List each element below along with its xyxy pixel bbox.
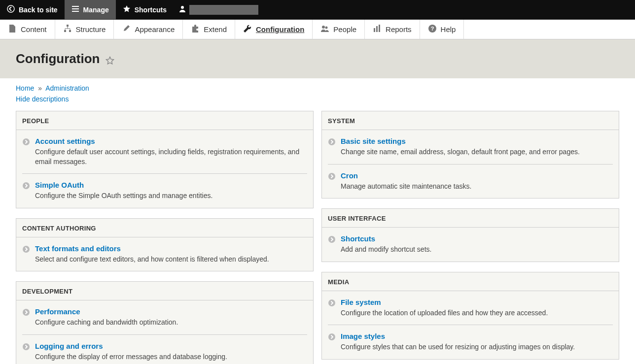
panel-title: USER INTERFACE xyxy=(322,209,619,228)
config-item-link[interactable]: Text formats and editors xyxy=(35,244,121,253)
config-item-desc: Configure the location of uploaded files… xyxy=(341,308,613,318)
star-icon xyxy=(123,5,131,14)
panel-body: PerformanceConfigure caching and bandwid… xyxy=(16,300,313,364)
breadcrumb-admin[interactable]: Administration xyxy=(45,84,89,92)
admin-menu: Content Structure Appearance Extend Conf… xyxy=(0,20,635,39)
menu-content[interactable]: Content xyxy=(0,20,55,39)
paintbrush-icon xyxy=(122,24,131,34)
shortcuts-label: Shortcuts xyxy=(135,6,167,14)
config-item-desc: Add and modify shortcut sets. xyxy=(341,245,613,255)
config-item-link[interactable]: Account settings xyxy=(35,137,95,145)
page-title: Configuration xyxy=(16,51,100,66)
config-panel: PEOPLEAccount settingsConfigure default … xyxy=(16,111,314,208)
chevron-right-icon xyxy=(22,308,30,316)
panel-title: CONTENT AUTHORING xyxy=(16,219,313,237)
config-item: CronManage automatic site maintenance ta… xyxy=(328,164,613,199)
config-item-link[interactable]: Simple OAuth xyxy=(35,181,84,189)
menu-appearance[interactable]: Appearance xyxy=(114,20,183,39)
menu-label: Configuration xyxy=(256,25,304,33)
manage-button[interactable]: Manage xyxy=(65,0,116,19)
people-icon xyxy=(320,24,329,34)
file-icon xyxy=(8,24,17,34)
menu-extend[interactable]: Extend xyxy=(183,20,235,39)
config-item-link[interactable]: Logging and errors xyxy=(35,342,103,350)
panel-title: DEVELOPMENT xyxy=(16,282,313,300)
config-item-desc: Configure caching and bandwidth optimiza… xyxy=(35,318,307,328)
puzzle-icon xyxy=(191,24,200,34)
back-label: Back to site xyxy=(19,6,58,14)
panel-title: SYSTEM xyxy=(322,111,619,130)
config-item: File systemConfigure the location of upl… xyxy=(328,291,613,325)
menu-people[interactable]: People xyxy=(313,20,365,39)
svg-rect-7 xyxy=(374,28,375,32)
config-panel: DEVELOPMENTPerformanceConfigure caching … xyxy=(16,281,314,364)
hamburger-icon xyxy=(71,5,79,14)
chevron-right-icon xyxy=(328,172,336,180)
sub-header: Home » Administration Hide descriptions xyxy=(0,78,635,105)
svg-point-6 xyxy=(325,27,328,29)
left-column: PEOPLEAccount settingsConfigure default … xyxy=(16,111,314,364)
chevron-right-icon xyxy=(22,182,30,190)
breadcrumb-home[interactable]: Home xyxy=(16,84,34,92)
config-item-link[interactable]: Shortcuts xyxy=(341,234,375,243)
panel-body: Basic site settingsChange site name, ema… xyxy=(322,130,619,198)
config-item: Logging and errorsConfigure the display … xyxy=(22,334,307,364)
hide-descriptions-link[interactable]: Hide descriptions xyxy=(16,95,69,103)
panel-body: ShortcutsAdd and modify shortcut sets. xyxy=(322,228,619,262)
hierarchy-icon xyxy=(63,24,72,34)
menu-label: Reports xyxy=(386,25,412,33)
svg-rect-3 xyxy=(64,30,66,32)
chevron-right-icon xyxy=(328,333,336,341)
chevron-right-icon xyxy=(328,235,336,243)
menu-help[interactable]: ? Help xyxy=(420,20,464,39)
config-item-link[interactable]: Image styles xyxy=(341,332,385,340)
config-item-desc: Configure default user account settings,… xyxy=(35,147,307,166)
menu-structure[interactable]: Structure xyxy=(55,20,114,39)
config-item-desc: Configure the display of error messages … xyxy=(35,352,307,362)
menu-configuration[interactable]: Configuration xyxy=(235,20,313,39)
svg-rect-4 xyxy=(69,30,71,32)
config-item-link[interactable]: File system xyxy=(341,298,381,306)
config-item-link[interactable]: Cron xyxy=(341,171,358,180)
wrench-icon xyxy=(243,24,252,34)
menu-reports[interactable]: Reports xyxy=(365,20,420,39)
config-item: Account settingsConfigure default user a… xyxy=(22,130,307,173)
config-panel: CONTENT AUTHORINGText formats and editor… xyxy=(16,218,314,272)
top-toolbar: Back to site Manage Shortcuts xyxy=(0,0,635,20)
config-item: Text formats and editorsSelect and confi… xyxy=(22,237,307,271)
config-item: Simple OAuthConfigure the Simple OAuth s… xyxy=(22,173,307,208)
svg-rect-9 xyxy=(379,25,380,32)
svg-point-1 xyxy=(181,6,184,9)
config-item: Basic site settingsChange site name, ema… xyxy=(328,130,613,164)
chevron-right-icon xyxy=(22,138,30,146)
config-item-link[interactable]: Performance xyxy=(35,307,80,316)
back-to-site-button[interactable]: Back to site xyxy=(0,0,65,19)
menu-label: Appearance xyxy=(135,25,175,33)
config-item-desc: Manage automatic site maintenance tasks. xyxy=(341,182,613,192)
menu-label: People xyxy=(333,25,356,33)
config-item: PerformanceConfigure caching and bandwid… xyxy=(22,300,307,334)
chevron-right-icon xyxy=(328,138,336,146)
config-item-desc: Change site name, email address, slogan,… xyxy=(341,147,613,157)
config-item-link[interactable]: Basic site settings xyxy=(341,137,406,145)
menu-label: Help xyxy=(441,25,456,33)
svg-rect-2 xyxy=(67,25,69,27)
config-panel: SYSTEMBasic site settingsChange site nam… xyxy=(321,111,619,199)
chevron-right-icon xyxy=(22,245,30,253)
breadcrumb-sep: » xyxy=(38,84,42,92)
favorite-toggle[interactable] xyxy=(106,56,114,66)
config-item-desc: Configure styles that can be used for re… xyxy=(341,342,613,352)
panel-body: Text formats and editorsSelect and confi… xyxy=(16,237,313,271)
svg-point-0 xyxy=(7,5,14,12)
right-column: SYSTEMBasic site settingsChange site nam… xyxy=(321,111,619,360)
back-icon xyxy=(7,5,15,14)
user-menu[interactable] xyxy=(174,0,263,19)
breadcrumb: Home » Administration xyxy=(16,84,619,92)
config-item-desc: Configure the Simple OAuth settings and … xyxy=(35,191,307,201)
config-item: Image stylesConfigure styles that can be… xyxy=(328,325,613,359)
chevron-right-icon xyxy=(22,343,30,351)
username-placeholder xyxy=(189,5,258,15)
menu-label: Extend xyxy=(204,25,227,33)
shortcuts-button[interactable]: Shortcuts xyxy=(116,0,174,19)
page-header: Configuration xyxy=(0,39,635,78)
